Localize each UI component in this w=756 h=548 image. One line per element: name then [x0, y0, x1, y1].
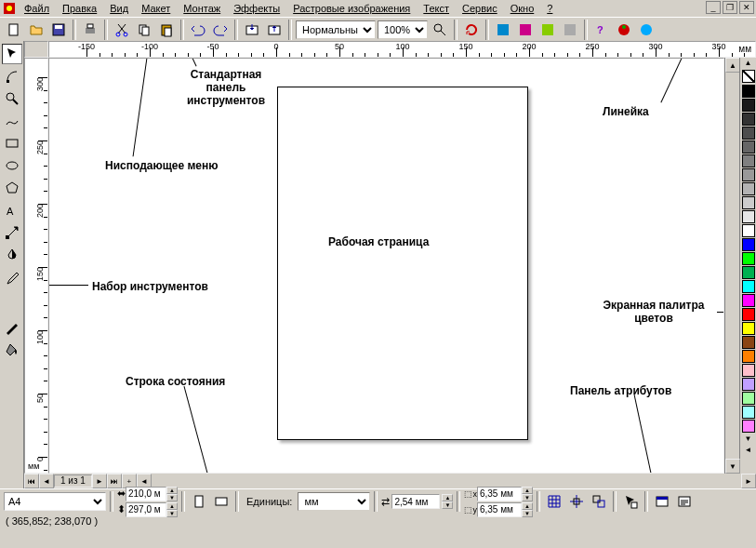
import-button[interactable]	[242, 20, 262, 40]
swatch[interactable]	[742, 294, 755, 307]
swatch[interactable]	[742, 378, 755, 391]
minimize-button[interactable]: _	[706, 1, 721, 14]
swatch[interactable]	[742, 266, 755, 279]
text-tool[interactable]: A	[2, 200, 22, 221]
portrait-button[interactable]	[189, 491, 209, 512]
swatch[interactable]	[742, 210, 755, 223]
swatch[interactable]	[742, 196, 755, 209]
ruler-vertical[interactable]: мм 300250200150100500	[24, 58, 48, 474]
dup-y-input[interactable]	[477, 502, 522, 517]
cut-button[interactable]	[112, 20, 132, 40]
menu-tools[interactable]: Сервис	[457, 1, 503, 16]
swatch[interactable]	[742, 140, 755, 154]
menu-file[interactable]: Файл	[19, 1, 55, 16]
dupx-down[interactable]: ▼	[522, 494, 533, 501]
menu-window[interactable]: Окно	[505, 1, 540, 16]
palette-up-button[interactable]: ▲	[742, 59, 755, 68]
menu-bitmaps[interactable]: Растровые изображения	[287, 1, 416, 16]
ruler-horizontal[interactable]: мм -150-100-50050100150200250300350	[48, 41, 756, 58]
redo-button[interactable]	[210, 20, 231, 40]
swatch[interactable]	[742, 322, 755, 335]
dialog-1-button[interactable]	[652, 491, 672, 512]
shape-tool[interactable]	[2, 66, 22, 87]
menu-effects[interactable]: Эффекты	[228, 1, 285, 16]
swatch[interactable]	[742, 350, 755, 363]
dupx-up[interactable]: ▲	[522, 487, 533, 494]
menu-view[interactable]: Вид	[104, 1, 134, 16]
palette-flyout-button[interactable]: ◄	[742, 446, 755, 455]
height-down[interactable]: ▼	[166, 510, 178, 517]
menu-arrange[interactable]: Монтаж	[178, 1, 226, 16]
menu-help[interactable]: ?	[541, 1, 558, 16]
landscape-button[interactable]	[211, 491, 232, 512]
swatch[interactable]	[742, 238, 755, 251]
swatch[interactable]	[742, 182, 755, 195]
swatch[interactable]	[742, 420, 755, 433]
swatch[interactable]	[742, 336, 755, 349]
width-up[interactable]: ▲	[166, 487, 178, 494]
scroll-down-button[interactable]: ▼	[725, 459, 740, 474]
menu-text[interactable]: Текст	[418, 1, 455, 16]
paper-size-select[interactable]: A4	[4, 492, 106, 511]
open-button[interactable]	[26, 20, 46, 40]
new-button[interactable]	[4, 20, 24, 40]
zoom-tool[interactable]	[2, 88, 22, 109]
snap-grid-button[interactable]	[544, 491, 564, 512]
swatch[interactable]	[742, 113, 755, 126]
menu-edit[interactable]: Правка	[57, 1, 102, 16]
options-button[interactable]	[620, 491, 641, 512]
view-mode-select[interactable]: Нормальный	[296, 20, 376, 39]
eyedropper-tool[interactable]	[2, 267, 22, 287]
swatch[interactable]	[742, 364, 755, 377]
paste-button[interactable]	[156, 20, 177, 40]
polygon-tool[interactable]	[2, 178, 22, 198]
menu-layout[interactable]: Макет	[136, 1, 176, 16]
nudge-input[interactable]	[391, 494, 440, 509]
swatch[interactable]	[742, 85, 755, 98]
dupy-up[interactable]: ▲	[522, 502, 533, 510]
rectangle-tool[interactable]	[2, 133, 22, 154]
page-width-input[interactable]	[126, 487, 166, 501]
print-button[interactable]	[80, 20, 100, 40]
scroll-right-button[interactable]: ►	[741, 474, 756, 488]
pick-tool[interactable]	[2, 44, 22, 64]
freehand-tool[interactable]	[2, 111, 22, 131]
swatch[interactable]	[742, 168, 755, 181]
app-launcher-2[interactable]	[515, 20, 536, 40]
swatch[interactable]	[742, 280, 755, 293]
swatch[interactable]	[742, 224, 755, 237]
scrollbar-vertical[interactable]: ▲ ▼	[724, 58, 739, 474]
restore-button[interactable]: ❐	[723, 1, 737, 14]
undo-button[interactable]	[188, 20, 208, 40]
swatch[interactable]	[742, 127, 755, 140]
dup-x-input[interactable]	[477, 487, 522, 501]
snap-guides-button[interactable]	[566, 491, 587, 512]
swatch[interactable]	[742, 406, 755, 419]
swatch[interactable]	[742, 308, 755, 321]
canvas[interactable]: Рабочая страница Стандартная панель инст…	[48, 58, 724, 474]
ruler-origin[interactable]	[24, 41, 48, 58]
swatch[interactable]	[742, 154, 755, 167]
page-prev-button[interactable]: ◄	[39, 474, 54, 488]
web-button[interactable]	[636, 20, 657, 40]
corel-button[interactable]	[614, 20, 634, 40]
swatch[interactable]	[742, 392, 755, 405]
close-button[interactable]: ✕	[739, 1, 754, 14]
height-up[interactable]: ▲	[166, 502, 178, 510]
page-first-button[interactable]: ⏮	[24, 474, 39, 488]
swatch[interactable]	[742, 99, 755, 112]
swatch-none[interactable]	[742, 70, 755, 83]
interactive-transparency-tool[interactable]	[2, 245, 22, 265]
refresh-button[interactable]	[461, 20, 482, 40]
zoom-select[interactable]: 100%	[378, 20, 428, 39]
snap-objects-button[interactable]	[589, 491, 609, 512]
width-down[interactable]: ▼	[166, 494, 178, 501]
interactive-fill-tool[interactable]	[2, 222, 22, 243]
export-button[interactable]	[264, 20, 285, 40]
zoom-button[interactable]	[430, 20, 450, 40]
nudge-up[interactable]: ▲	[442, 494, 453, 501]
app-launcher-1[interactable]	[493, 20, 513, 40]
dupy-down[interactable]: ▼	[522, 510, 533, 517]
palette-down-button[interactable]: ▼	[742, 434, 755, 444]
scroll-up-button[interactable]: ▲	[725, 58, 740, 73]
